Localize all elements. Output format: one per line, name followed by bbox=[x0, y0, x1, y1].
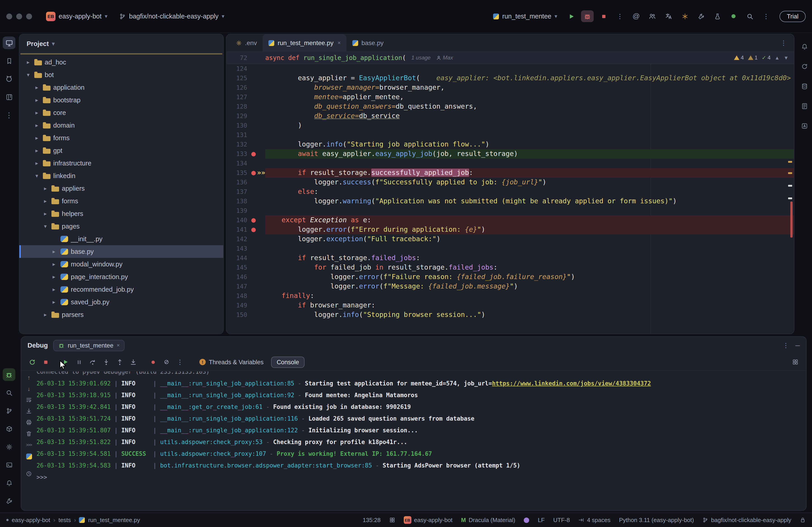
tab-base[interactable]: base.py bbox=[346, 34, 389, 51]
notes-tool-icon[interactable] bbox=[798, 100, 811, 112]
notifications-icon[interactable] bbox=[3, 477, 15, 489]
chevron-down-icon[interactable]: ▾ bbox=[33, 173, 40, 179]
layout-grid-icon[interactable] bbox=[389, 517, 395, 523]
chevron-right-icon[interactable]: ▸ bbox=[42, 312, 49, 318]
ai-chat-tool-icon[interactable] bbox=[798, 119, 811, 132]
code-line[interactable]: 131 bbox=[227, 130, 794, 140]
gutter-space[interactable] bbox=[250, 74, 257, 83]
code-line[interactable]: 137 else: bbox=[227, 187, 794, 197]
gutter-space[interactable] bbox=[250, 64, 257, 74]
tab-run-test-mentee[interactable]: run_test_mentee.py × bbox=[263, 34, 347, 51]
error-stripe-bar[interactable] bbox=[791, 201, 793, 238]
tree-item-gpt[interactable]: ▸gpt bbox=[19, 144, 223, 157]
chevron-right-icon[interactable]: ▸ bbox=[42, 198, 49, 204]
gutter-space[interactable] bbox=[250, 206, 257, 215]
tree-item-saved_job.py[interactable]: ▸saved_job.py bbox=[19, 296, 223, 308]
gutter-space[interactable] bbox=[250, 263, 257, 272]
chevron-right-icon[interactable]: ▸ bbox=[50, 261, 57, 267]
chevron-right-icon[interactable]: ▸ bbox=[33, 135, 40, 141]
project-widget[interactable]: EB easy-apply-bot bbox=[404, 516, 453, 524]
close-window-button[interactable] bbox=[6, 13, 12, 19]
stripe-mark[interactable] bbox=[788, 185, 792, 187]
code-editor[interactable]: 124125 easy_applier = EasyApplierBot( ea… bbox=[227, 64, 794, 334]
cursor-position[interactable]: 135:28 bbox=[363, 517, 381, 523]
tree-item-recommended_job.py[interactable]: ▸recommended_job.py bbox=[19, 283, 223, 296]
editor-scrollbar[interactable] bbox=[787, 64, 793, 334]
chevron-right-icon[interactable]: ▸ bbox=[42, 185, 49, 192]
interpreter-widget[interactable]: Python 3.11 (easy-apply-bot) bbox=[619, 517, 694, 523]
vcs-tool-icon[interactable] bbox=[3, 404, 15, 417]
pause-button[interactable] bbox=[74, 357, 84, 367]
tree-item-appliers[interactable]: ▸appliers bbox=[19, 182, 223, 195]
gutter-space[interactable] bbox=[250, 310, 257, 320]
gutter-space[interactable] bbox=[250, 92, 257, 102]
next-problem-icon[interactable]: ▼ bbox=[784, 55, 788, 60]
terminal-tool-icon[interactable] bbox=[3, 458, 15, 471]
tree-item-bot[interactable]: ▾bot bbox=[19, 69, 223, 81]
chevron-down-icon[interactable]: ▾ bbox=[42, 223, 49, 229]
accent-color-icon[interactable] bbox=[524, 517, 529, 523]
project-panel-header[interactable]: Project ▾ bbox=[19, 34, 223, 53]
tree-item-core[interactable]: ▸core bbox=[19, 106, 223, 119]
zoom-window-button[interactable] bbox=[26, 13, 32, 19]
gutter-space[interactable] bbox=[250, 272, 257, 282]
theme-widget[interactable]: M Dracula (Material) bbox=[461, 517, 515, 523]
run-to-cursor-button[interactable] bbox=[128, 357, 139, 367]
tab-threads-variables[interactable]: ! Threads & Variables bbox=[194, 357, 269, 367]
minimize-window-button[interactable] bbox=[16, 13, 22, 19]
stop-debug-button[interactable] bbox=[40, 357, 51, 367]
gutter-space[interactable] bbox=[250, 244, 257, 253]
lock-icon[interactable] bbox=[800, 517, 806, 523]
bookmarks-icon[interactable] bbox=[3, 55, 15, 67]
step-into-button[interactable] bbox=[101, 357, 112, 367]
view-breakpoints-button[interactable] bbox=[147, 357, 158, 367]
indent-widget[interactable]: 4 spaces bbox=[578, 517, 610, 523]
settings-menu-icon[interactable]: ⋮ bbox=[760, 10, 772, 22]
snowflake-icon[interactable] bbox=[679, 10, 691, 22]
debug-tool-icon[interactable] bbox=[3, 368, 15, 381]
gutter-space[interactable] bbox=[250, 301, 257, 310]
python-console-icon[interactable] bbox=[25, 452, 33, 460]
chevron-right-icon[interactable]: ▸ bbox=[33, 84, 40, 91]
tree-item-linkedin[interactable]: ▾linkedin bbox=[19, 169, 223, 182]
console-output[interactable]: Connected to pydev debugger (build 233.1… bbox=[37, 371, 806, 510]
usage-hint[interactable]: 1 usage bbox=[411, 55, 431, 61]
warning-stripe-mark[interactable] bbox=[788, 161, 792, 163]
chevron-down-icon[interactable]: ▾ bbox=[25, 72, 32, 78]
code-line[interactable]: 140 except Exception as e: bbox=[227, 215, 794, 225]
more-debug-actions-icon[interactable]: ⋮ bbox=[175, 357, 185, 367]
chevron-right-icon[interactable]: ▸ bbox=[50, 249, 57, 255]
console-prompt-row[interactable]: >>> bbox=[37, 471, 806, 483]
code-with-me-icon[interactable] bbox=[646, 10, 659, 22]
code-line[interactable]: 149 if browser_manager: bbox=[227, 301, 794, 310]
code-line[interactable]: 126 browser_manager=browser_manager, bbox=[227, 83, 794, 92]
tree-item-bootstrap[interactable]: ▸bootstrap bbox=[19, 94, 223, 106]
chevron-right-icon[interactable]: ▸ bbox=[25, 59, 32, 65]
jump-to-bottom-icon[interactable]: ↓ bbox=[25, 385, 33, 393]
warning-stripe-mark[interactable] bbox=[788, 172, 792, 174]
close-session-icon[interactable]: × bbox=[117, 342, 120, 348]
author-hint[interactable]: Max bbox=[443, 55, 453, 61]
services-tool-icon[interactable] bbox=[3, 495, 15, 507]
gutter-space[interactable] bbox=[250, 83, 257, 92]
gutter-space[interactable] bbox=[250, 291, 257, 301]
code-line[interactable]: 133 await easy_applier.easy_apply_job(jo… bbox=[227, 149, 794, 159]
tree-item-page_interaction.py[interactable]: ▸page_interaction.py bbox=[19, 270, 223, 283]
ai-assistant-tool-icon[interactable] bbox=[798, 60, 811, 73]
code-line[interactable]: 148 finally: bbox=[227, 291, 794, 301]
database-tool-icon[interactable] bbox=[798, 80, 811, 92]
gutter-space[interactable] bbox=[250, 187, 257, 197]
chevron-right-icon[interactable]: ▸ bbox=[50, 286, 57, 292]
rerun-button[interactable] bbox=[27, 357, 38, 367]
clear-all-icon[interactable] bbox=[25, 430, 33, 438]
stripe-mark[interactable] bbox=[788, 197, 792, 199]
jump-to-top-icon[interactable]: ↑ bbox=[25, 373, 33, 381]
mute-breakpoints-button[interactable] bbox=[161, 357, 172, 367]
breakpoint-dot[interactable] bbox=[250, 168, 257, 178]
gutter-space[interactable] bbox=[250, 111, 257, 121]
hide-panel-icon[interactable]: ─ bbox=[795, 342, 800, 349]
code-line[interactable]: 142 logger.exception("Full traceback:") bbox=[227, 235, 794, 244]
chevron-right-icon[interactable]: ▸ bbox=[33, 109, 40, 116]
print-icon[interactable] bbox=[25, 418, 33, 426]
settings-icon[interactable] bbox=[3, 440, 15, 453]
